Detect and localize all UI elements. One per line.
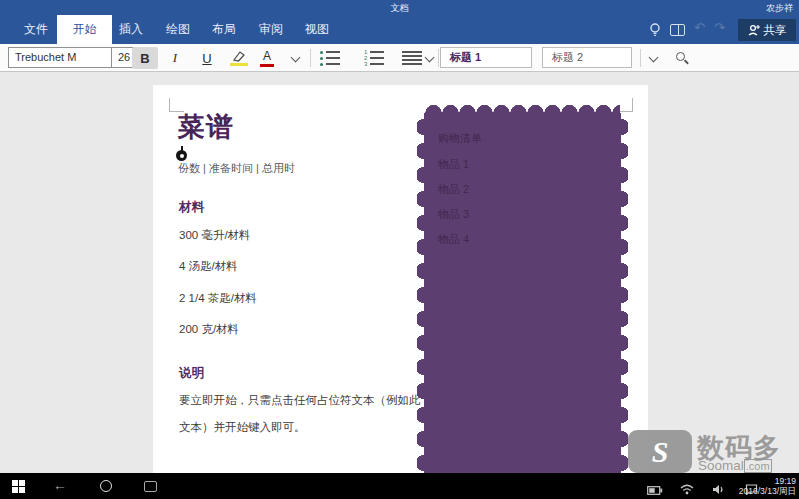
toolbar-divider [310, 49, 311, 67]
highlighter-pen-icon [232, 50, 246, 62]
font-color-button[interactable]: A [256, 47, 278, 69]
redo-icon[interactable]: ↷ [714, 20, 725, 35]
bold-button[interactable]: B [132, 47, 158, 69]
signed-in-user: 农步祥 [766, 2, 793, 15]
scallop-edge-top [425, 105, 620, 113]
quick-format-toolbar: Trebuchet M 26 B I U A 1 2 3 标题 1 [0, 44, 799, 72]
tab-layout[interactable]: 布局 [212, 15, 236, 44]
search-icon[interactable] [676, 52, 685, 61]
wifi-icon[interactable] [680, 481, 694, 499]
tab-insert[interactable]: 插入 [119, 15, 143, 44]
chevron-down-icon[interactable] [291, 53, 301, 63]
taskbar-clock[interactable]: 19:19 2016/3/13/周日 [739, 476, 796, 496]
share-button[interactable]: 共享 [738, 19, 796, 41]
shopping-item[interactable]: 物品 3 [438, 207, 469, 222]
shopping-list-title[interactable]: 购物清单 [438, 131, 482, 146]
margin-corner-mark [618, 98, 633, 112]
ingredient-line[interactable]: 300 毫升/材料 [179, 228, 251, 243]
tab-file[interactable]: 文件 [24, 15, 48, 44]
ribbon-tab-bar: 文件 开始 插入 绘图 布局 审阅 视图 ↶ ↷ 共享 [0, 15, 799, 44]
instructions-heading[interactable]: 说明 [179, 365, 204, 382]
share-label: 共享 [764, 23, 787, 38]
ingredient-line[interactable]: 2 1/4 茶匙/材料 [179, 291, 257, 306]
shopping-item[interactable]: 物品 1 [438, 157, 469, 172]
windows-taskbar: ← 19:19 2016/3/13/周日 [0, 473, 799, 499]
highlight-color-bar [230, 63, 248, 67]
font-color-letter: A [263, 49, 271, 63]
watermark-site-name: Soomal [698, 458, 744, 473]
text-cursor-gripper[interactable] [176, 146, 188, 162]
tab-home[interactable]: 开始 [57, 15, 112, 44]
chevron-down-icon[interactable] [649, 53, 659, 63]
soomal-watermark: S 数码多 Soomal.com [628, 430, 793, 473]
instructions-text-line[interactable]: 文本）并开始键入即可。 [179, 420, 439, 435]
titlebar: 文档 农步祥 [0, 0, 799, 15]
ingredients-heading[interactable]: 材料 [179, 199, 204, 216]
clock-time: 19:19 [739, 476, 796, 486]
underline-button[interactable]: U [196, 47, 218, 69]
instructions-text-line[interactable]: 要立即开始，只需点击任何占位符文本（例如此 [179, 393, 439, 408]
soomal-logo: S [628, 430, 692, 473]
chevron-down-icon[interactable] [425, 53, 435, 63]
page: 菜谱 份数 | 准备时间 | 总用时 材料 300 毫升/材料 4 汤匙/材料 … [153, 85, 648, 473]
font-name-input[interactable]: Trebuchet M [8, 47, 112, 68]
italic-button[interactable]: I [164, 47, 186, 69]
document-title: 文档 [0, 2, 799, 15]
person-icon [748, 24, 760, 36]
scallop-edge-right [621, 115, 628, 471]
numbered-list-button[interactable]: 1 2 3 [364, 51, 384, 65]
word-app-window: 文档 农步祥 文件 开始 插入 绘图 布局 审阅 视图 ↶ ↷ 共享 Trebu… [0, 0, 799, 499]
cortana-search-icon[interactable] [100, 480, 112, 492]
shopping-item[interactable]: 物品 2 [438, 182, 469, 197]
ingredient-line[interactable]: 4 汤匙/材料 [179, 259, 238, 274]
battery-icon[interactable] [647, 481, 663, 499]
tab-view[interactable]: 视图 [305, 15, 329, 44]
style-heading1-button[interactable]: 标题 1 [440, 47, 532, 68]
tab-review[interactable]: 审阅 [259, 15, 283, 44]
highlight-button[interactable] [226, 47, 252, 69]
font-color-bar [260, 64, 274, 68]
scallop-edge-left [417, 115, 424, 471]
volume-icon[interactable] [712, 481, 725, 499]
watermark-site-text: Soomal.com [698, 458, 772, 473]
clock-date: 2016/3/13/周日 [739, 486, 796, 496]
recipe-meta-placeholder[interactable]: 份数 | 准备时间 | 总用时 [178, 161, 295, 176]
toolbar-divider [438, 49, 439, 67]
back-arrow-icon[interactable]: ← [53, 477, 67, 493]
read-mode-icon[interactable] [670, 24, 685, 36]
recipe-title[interactable]: 菜谱 [178, 109, 234, 145]
shopping-list-sidebar[interactable]: 购物清单 物品 1 物品 2 物品 3 物品 4 [424, 113, 621, 473]
ingredient-line[interactable]: 200 克/材料 [179, 322, 239, 337]
style-heading2-button[interactable]: 标题 2 [542, 47, 632, 68]
bullet-list-button[interactable] [320, 51, 340, 65]
shopping-item[interactable]: 物品 4 [438, 232, 469, 247]
document-canvas: 菜谱 份数 | 准备时间 | 总用时 材料 300 毫升/材料 4 汤匙/材料 … [0, 72, 799, 473]
alignment-button[interactable] [402, 51, 422, 65]
toolbar-divider [640, 49, 641, 67]
windows-start-icon[interactable] [12, 480, 25, 493]
tab-draw[interactable]: 绘图 [166, 15, 190, 44]
undo-icon[interactable]: ↶ [694, 20, 705, 35]
tell-me-lightbulb-icon[interactable] [648, 22, 662, 41]
watermark-site-suffix: .com [744, 459, 772, 473]
task-view-icon[interactable] [144, 481, 157, 492]
